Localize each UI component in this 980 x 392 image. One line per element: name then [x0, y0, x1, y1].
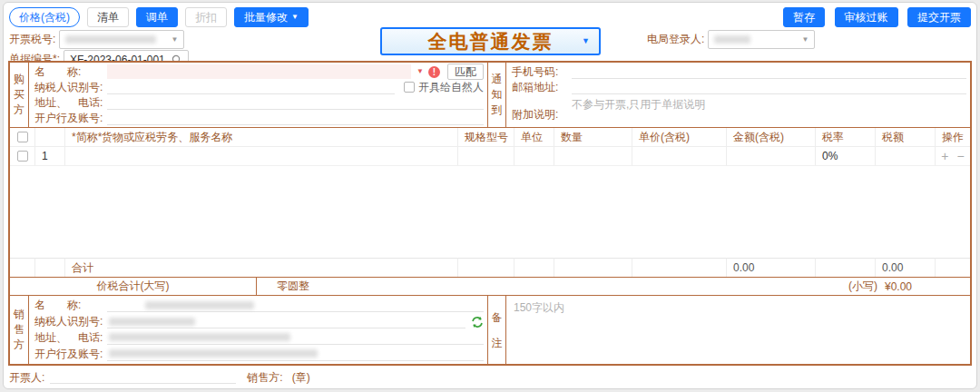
seller-bank-row: 开户行及账号: — [34, 346, 484, 362]
footer-seller-label: 销售方: — [247, 370, 282, 386]
seller-addr-input[interactable] — [107, 331, 484, 345]
total-spec-cell — [458, 258, 514, 277]
bureau-login-select[interactable]: ▼ — [708, 30, 815, 49]
pull-doc-button[interactable]: 调单 — [136, 7, 178, 27]
seller-side-label: 销售方 — [13, 307, 25, 353]
toolbar: 价格(含税) 清单 调单 折扣 批量修改 ▼ 暂存 审核过账 提交开票 — [9, 6, 971, 27]
row-amount-cell[interactable] — [727, 147, 816, 166]
buyer-bank-label: 开户行及账号: — [34, 111, 107, 126]
row-unit-price-cell[interactable] — [632, 147, 727, 166]
row-tax-amount-cell[interactable] — [876, 147, 936, 166]
buyer-bank-input[interactable] — [107, 112, 484, 125]
redacted-value — [145, 301, 254, 309]
batch-edit-button[interactable]: 批量修改 ▼ — [234, 7, 309, 27]
notify-side-label: 通知到 — [491, 72, 504, 118]
total-unit-price-cell — [632, 258, 727, 277]
buyer-name-label: 名 称: — [34, 64, 107, 80]
caret-down-icon: ▼ — [171, 36, 178, 44]
items-table: *简称*货物或应税劳务、服务名称 规格型号 单位 数量 单价(含税) 金额(含税… — [10, 127, 970, 277]
total-checkbox-cell — [10, 258, 35, 277]
seller-name-label: 名 称: — [34, 298, 107, 313]
row-qty-cell[interactable] — [554, 147, 632, 166]
submit-invoice-button[interactable]: 提交开票 — [907, 7, 971, 27]
buyer-side-label: 购买方 — [13, 72, 25, 118]
bureau-login-label: 电局登录人: — [647, 32, 704, 47]
notify-phone-row: 手机号码: — [512, 64, 966, 80]
amount-in-figures: (小写) ¥0.00 — [848, 278, 912, 295]
header-ops-cell: 操作 — [936, 128, 970, 147]
invoice-tax-no-select[interactable]: ▼ — [59, 30, 184, 49]
amount-in-figures-value: ¥0.00 — [885, 280, 912, 293]
invoice-type-selector[interactable]: 全电普通发票 ▼ — [380, 27, 601, 55]
notify-extra-input[interactable]: 不参与开票,只用于单据说明 — [572, 95, 966, 113]
caret-down-icon: ▼ — [801, 36, 808, 44]
natural-person-checkbox[interactable] — [404, 82, 415, 93]
buyer-addr-label: 地址、 电话: — [34, 95, 107, 111]
buyer-addr-input[interactable] — [107, 96, 484, 110]
refresh-icon[interactable] — [471, 316, 484, 328]
seller-addr-label: 地址、 电话: — [34, 330, 107, 346]
redacted-value — [714, 35, 801, 44]
seller-name-input[interactable] — [107, 299, 484, 312]
notify-phone-input[interactable] — [572, 65, 966, 79]
items-table-header: *简称*货物或应税劳务、服务名称 规格型号 单位 数量 单价(含税) 金额(含税… — [10, 128, 970, 147]
drawer-input[interactable] — [50, 371, 236, 384]
bureau-login-field: 电局登录人: ▼ — [647, 30, 815, 49]
batch-edit-label: 批量修改 — [244, 8, 288, 26]
header-amount-cell: 金额(含税) — [727, 128, 816, 147]
seller-bank-input[interactable] — [107, 348, 484, 361]
row-name-cell[interactable] — [65, 147, 458, 166]
natural-person-option: 开具给自然人 — [404, 80, 484, 95]
buyer-taxid-input[interactable] — [107, 81, 395, 94]
remark-textarea[interactable]: 150字以内 — [506, 296, 970, 364]
seller-taxid-input[interactable] — [107, 315, 466, 328]
caret-down-icon[interactable]: ▼ — [416, 68, 424, 75]
natural-person-label: 开具给自然人 — [418, 80, 484, 95]
notify-fields: 手机号码: 邮箱地址: 附加说明: 不参与开票,只用于单据说明 — [506, 63, 970, 127]
buyer-name-input[interactable] — [107, 64, 411, 79]
drawer-label: 开票人: — [9, 370, 44, 386]
row-spec-cell[interactable] — [458, 147, 514, 166]
notify-extra-row: 附加说明: 不参与开票,只用于单据说明 — [512, 95, 966, 125]
caret-down-icon: ▼ — [291, 14, 299, 21]
row-ops-cell: + − — [936, 147, 970, 166]
seller-fields: 名 称: 纳税人识别号: 地址、 电话: — [29, 296, 487, 364]
row-checkbox[interactable] — [17, 151, 28, 162]
total-ops-cell — [936, 258, 970, 277]
caret-down-icon: ▼ — [582, 37, 590, 45]
amount-in-words-value: 零圆整 — [257, 278, 848, 295]
notify-extra-label: 附加说明: — [512, 107, 572, 125]
total-qty-cell — [554, 258, 632, 277]
invoice-tax-no-label: 开票税号: — [9, 32, 55, 47]
buyer-notify-section: 购买方 名 称: ▼ ! 匹配 纳税人识别号: 开具给自然人 — [10, 63, 970, 127]
buyer-addr-row: 地址、 电话: — [34, 95, 484, 111]
price-tax-toggle-button[interactable]: 价格(含税) — [9, 7, 80, 27]
row-unit-cell[interactable] — [514, 147, 554, 166]
list-button[interactable]: 清单 — [87, 7, 129, 27]
total-amount-cell: 0.00 — [727, 258, 816, 277]
header-qty-cell: 数量 — [554, 128, 632, 147]
table-row: 1 0% + − — [10, 147, 970, 166]
notify-phone-label: 手机号码: — [512, 64, 572, 80]
match-button[interactable]: 匹配 — [447, 64, 484, 80]
redacted-value — [109, 333, 290, 341]
amount-in-words-label: 价税合计(大写) — [10, 278, 257, 295]
remove-row-icon[interactable]: − — [957, 150, 965, 162]
toolbar-right-group: 暂存 审核过账 提交开票 — [778, 7, 971, 27]
save-draft-button[interactable]: 暂存 — [783, 7, 825, 27]
select-all-checkbox[interactable] — [17, 132, 28, 142]
row-tax-rate-cell[interactable]: 0% — [816, 147, 876, 166]
invoice-editor-panel: 价格(含税) 清单 调单 折扣 批量修改 ▼ 暂存 审核过账 提交开票 开票税号… — [3, 2, 977, 389]
notify-email-input[interactable] — [572, 81, 966, 94]
notify-extra-placeholder: 不参与开票,只用于单据说明 — [572, 98, 705, 111]
add-row-icon[interactable]: + — [941, 150, 948, 162]
redacted-value — [109, 318, 195, 326]
row-checkbox-cell — [10, 147, 35, 166]
seller-side-strip: 销售方 — [10, 296, 29, 364]
summary-row: 价税合计(大写) 零圆整 (小写) ¥0.00 — [10, 277, 970, 295]
buyer-name-row: 名 称: ▼ ! 匹配 — [34, 64, 484, 80]
amount-in-figures-label: (小写) — [848, 279, 877, 294]
buyer-fields: 名 称: ▼ ! 匹配 纳税人识别号: 开具给自然人 地址、 电话: — [29, 63, 487, 127]
redacted-value — [109, 349, 318, 358]
audit-post-button[interactable]: 审核过账 — [835, 7, 898, 27]
